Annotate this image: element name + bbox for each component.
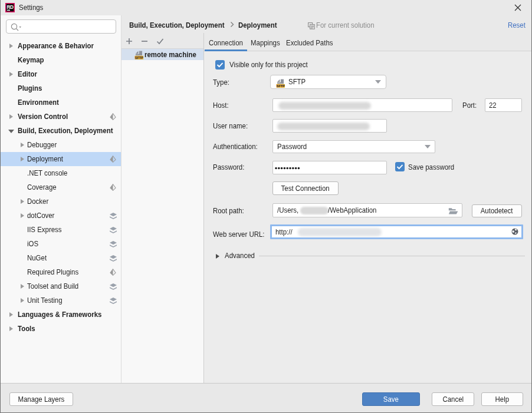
svg-text:SFTP: SFTP <box>135 56 143 60</box>
svg-text:SFTP: SFTP <box>277 84 285 88</box>
svg-text:RD: RD <box>6 5 14 10</box>
